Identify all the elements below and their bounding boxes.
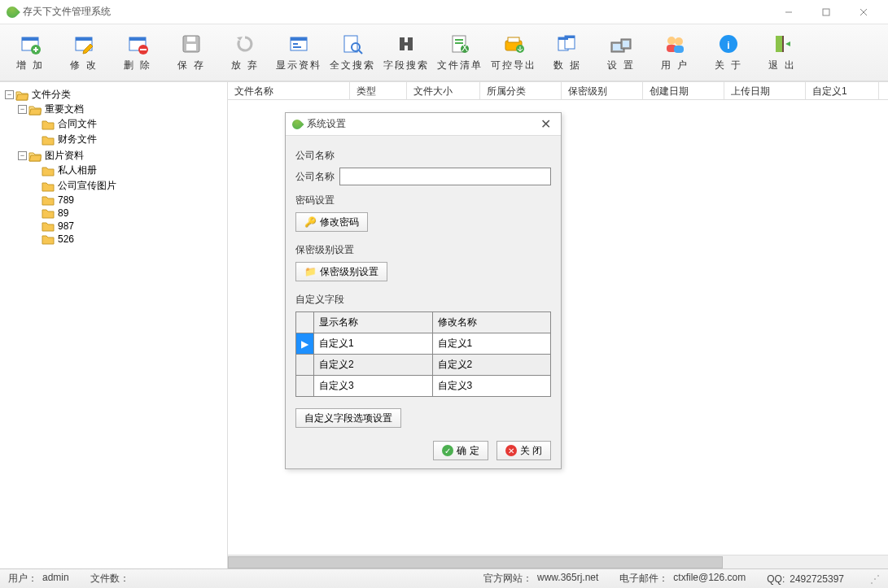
- grid-col-4[interactable]: 保密级别: [562, 82, 643, 99]
- toolbar-export-button[interactable]: 可控导出: [490, 28, 537, 77]
- svg-rect-12: [140, 49, 147, 50]
- col-display-name: 显示名称: [314, 312, 433, 333]
- toolbar-show-button[interactable]: 显示资料: [275, 28, 322, 77]
- custom-field-options-button[interactable]: 自定义字段选项设置: [295, 408, 401, 428]
- svg-rect-37: [565, 36, 575, 38]
- toolbar-field-button[interactable]: 字段搜索: [383, 28, 430, 77]
- toolbar-exit-button[interactable]: 退 出: [759, 28, 806, 77]
- svg-rect-17: [291, 37, 307, 41]
- tree-leaf[interactable]: 987: [31, 220, 224, 232]
- delete-icon: [126, 33, 149, 55]
- svg-line-22: [359, 50, 362, 54]
- horizontal-scrollbar[interactable]: [228, 555, 888, 568]
- section-company-title: 公司名称: [295, 149, 551, 163]
- toolbar-delete-button[interactable]: 删 除: [114, 28, 161, 77]
- toolbar-filelist-button[interactable]: X文件清单: [436, 28, 483, 77]
- status-email[interactable]: ctxfile@126.com: [673, 572, 746, 586]
- col-edit-name: 修改名称: [432, 312, 551, 333]
- tree-node[interactable]: −重要文档: [18, 102, 224, 116]
- secrecy-settings-button[interactable]: 📁 保密级别设置: [295, 262, 387, 281]
- status-bar: 用户：admin 文件数： 官方网站：www.365rj.net 电子邮件：ct…: [0, 568, 888, 588]
- app-leaf-icon: [4, 4, 20, 20]
- toolbar-about-button[interactable]: i关 于: [705, 28, 752, 77]
- svg-rect-5: [22, 37, 38, 41]
- toolbar-users-button[interactable]: 用 户: [651, 28, 698, 77]
- svg-rect-32: [508, 37, 519, 42]
- dialog-leaf-icon: [291, 117, 304, 131]
- grid-col-7[interactable]: 自定义1: [806, 82, 879, 99]
- dialog-close-icon[interactable]: ✕: [537, 116, 554, 132]
- key-icon: 🔑: [304, 216, 317, 228]
- window-title: 存天下文件管理系统: [23, 5, 770, 19]
- tree-leaf[interactable]: 财务文件: [31, 133, 224, 146]
- tree-leaf[interactable]: 789: [31, 194, 224, 206]
- close-button[interactable]: [845, 1, 881, 24]
- tree-root[interactable]: −文件分类: [5, 88, 224, 102]
- company-name-input[interactable]: [339, 168, 551, 185]
- custom-fields-table[interactable]: 显示名称 修改名称 ▶自定义1自定义1自定义2自定义2自定义3自定义3: [295, 311, 551, 397]
- toolbar-save-button[interactable]: 保 存: [168, 28, 215, 77]
- grid-col-5[interactable]: 创建日期: [643, 82, 724, 99]
- tree-leaf[interactable]: 合同文件: [31, 117, 224, 131]
- maximize-button[interactable]: [807, 1, 844, 24]
- status-user-label: 用户：: [8, 572, 37, 586]
- svg-rect-1: [823, 9, 829, 15]
- svg-rect-27: [455, 39, 463, 41]
- change-password-button[interactable]: 🔑 修改密码: [295, 212, 368, 232]
- ok-button[interactable]: ✓ 确 定: [433, 441, 488, 460]
- grid-col-0[interactable]: 文件名称: [228, 82, 350, 99]
- category-tree-panel: −文件分类−重要文档合同文件财务文件−图片资料私人相册公司宣传图片7898998…: [0, 82, 228, 568]
- svg-rect-8: [76, 37, 92, 41]
- svg-rect-41: [623, 41, 629, 47]
- folder-icon: 📁: [304, 266, 317, 277]
- tree-leaf[interactable]: 公司宣传图片: [31, 179, 224, 193]
- minimize-button[interactable]: [770, 1, 807, 24]
- svg-point-42: [667, 37, 676, 45]
- resize-grip[interactable]: ⋰: [870, 573, 880, 585]
- tree-leaf[interactable]: 526: [31, 233, 224, 245]
- discard-icon: [234, 33, 256, 55]
- window-titlebar: 存天下文件管理系统: [0, 0, 888, 24]
- svg-rect-15: [187, 37, 195, 41]
- grid-col-2[interactable]: 文件大小: [407, 82, 480, 99]
- toolbar-settings-button[interactable]: 设 置: [597, 28, 645, 77]
- grid-col-1[interactable]: 类型: [350, 82, 407, 99]
- grid-col-3[interactable]: 所属分类: [480, 82, 562, 99]
- custom-field-row[interactable]: 自定义2自定义2: [296, 355, 551, 376]
- settings-dialog: 系统设置 ✕ 公司名称 公司名称 密码设置 🔑 修改密码 保密级别设置 📁 保密…: [285, 112, 562, 469]
- close-icon: ✕: [505, 445, 517, 456]
- save-icon: [180, 33, 203, 55]
- custom-field-row[interactable]: ▶自定义1自定义1: [296, 333, 551, 355]
- tree-leaf[interactable]: 89: [31, 207, 224, 219]
- show-icon: [287, 33, 310, 55]
- dialog-title: 系统设置: [307, 117, 537, 131]
- tree-leaf[interactable]: 私人相册: [31, 163, 224, 177]
- svg-rect-45: [674, 46, 684, 53]
- svg-rect-25: [400, 42, 413, 46]
- toolbar-data-button[interactable]: 数 据: [544, 28, 591, 77]
- toolbar-discard-button[interactable]: 放 弃: [221, 28, 269, 77]
- category-tree[interactable]: −文件分类−重要文档合同文件财务文件−图片资料私人相册公司宣传图片7898998…: [3, 87, 224, 247]
- status-filecount-label: 文件数：: [90, 572, 129, 586]
- toolbar-fulltext-button[interactable]: 全文搜索: [329, 28, 376, 77]
- settings-icon: [610, 33, 632, 55]
- status-site-label: 官方网站：: [483, 572, 532, 586]
- edit-icon: [72, 33, 95, 55]
- fulltext-icon: [341, 33, 364, 55]
- tree-node[interactable]: −图片资料: [18, 149, 224, 163]
- main-toolbar: 增 加修 改删 除保 存放 弃显示资料全文搜索字段搜索X文件清单可控导出数 据设…: [0, 24, 888, 81]
- close-dialog-button[interactable]: ✕ 关 闭: [496, 441, 551, 460]
- custom-field-row[interactable]: 自定义3自定义3: [296, 376, 551, 397]
- svg-point-43: [675, 37, 683, 46]
- toolbar-add-button[interactable]: 增 加: [7, 28, 54, 77]
- status-site[interactable]: www.365rj.net: [537, 572, 598, 586]
- file-grid-header: 文件名称类型文件大小所属分类保密级别创建日期上传日期自定义1: [228, 82, 888, 100]
- section-password-title: 密码设置: [295, 194, 551, 207]
- grid-col-6[interactable]: 上传日期: [724, 82, 806, 99]
- users-icon: [663, 33, 686, 55]
- toolbar-edit-button[interactable]: 修 改: [60, 28, 107, 77]
- add-icon: [19, 33, 42, 55]
- section-custom-title: 自定义字段: [295, 293, 551, 307]
- svg-rect-14: [186, 44, 196, 50]
- dialog-titlebar[interactable]: 系统设置 ✕: [286, 113, 561, 136]
